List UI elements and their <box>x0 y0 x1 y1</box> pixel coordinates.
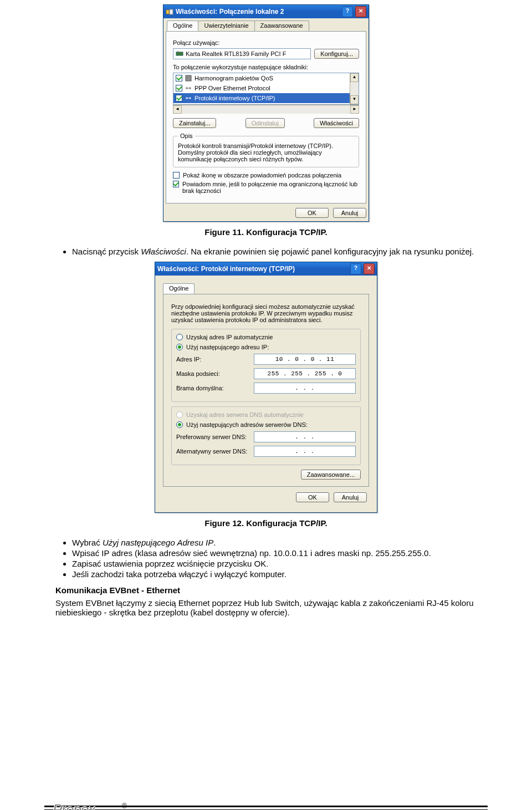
dns1-input[interactable]: . . . <box>254 431 356 442</box>
checkbox-icon[interactable] <box>176 85 182 91</box>
scroll-right-icon[interactable]: ► <box>350 105 359 114</box>
titlebar: Właściwości: Protokół internetowy (TCP/I… <box>155 262 377 276</box>
screenshot-connection-properties: Właściwości: Połączenie lokalne 2 ? ✕ Og… <box>163 4 369 222</box>
show-icon-checkbox[interactable] <box>173 172 180 179</box>
ip-address-input[interactable]: 10 . 0 . 0 . 11 <box>254 354 356 365</box>
ok-button[interactable]: OK <box>296 492 329 502</box>
titlebar: Właściwości: Połączenie lokalne 2 ? ✕ <box>163 5 369 18</box>
radio-auto-ip[interactable] <box>176 334 183 340</box>
notify-label: Powiadom mnie, jeśli to połączenie ma og… <box>182 181 359 194</box>
intro-text: Przy odpowiedniej konfiguracji sieci moż… <box>171 303 361 323</box>
network-card-icon <box>176 50 183 58</box>
registered-mark: ® <box>122 802 127 810</box>
svg-rect-4 <box>186 75 191 81</box>
scroll-down-icon[interactable]: ▼ <box>350 95 359 104</box>
adapter-field: Karta Realtek RTL8139 Family PCI F <box>173 48 311 59</box>
gateway-label: Brama domyślna: <box>176 385 254 391</box>
close-button[interactable]: ✕ <box>364 263 375 274</box>
vertical-scrollbar[interactable]: ▲ ▼ <box>350 73 359 104</box>
cancel-button[interactable]: Anuluj <box>334 492 367 502</box>
cancel-button[interactable]: Anuluj <box>333 208 366 218</box>
tab-auth[interactable]: Uwierzytelnianie <box>198 21 254 31</box>
section-text: System EVBnet łączymy z siecią Ethernet … <box>55 598 477 617</box>
gateway-input[interactable]: . . . <box>254 383 356 394</box>
scroll-left-icon[interactable]: ◄ <box>173 105 182 114</box>
tab-strip: Ogólne Uwierzytelnianie Zaawansowane <box>163 18 369 31</box>
figure-12-caption: Figure 12. Konfiguracja TCP/IP. <box>0 518 532 528</box>
ok-button[interactable]: OK <box>295 208 329 218</box>
install-button[interactable]: Zainstaluj... <box>173 118 216 128</box>
description-fieldset: Opis Protokół kontroli transmisji/Protok… <box>173 133 359 167</box>
text-fragment: Nacisnąć przycisk <box>72 247 141 256</box>
text-fragment-italic: Właściwości <box>141 247 186 256</box>
uninstall-button: Odinstaluj <box>245 118 285 128</box>
text-fragment: Wybrać <box>72 538 103 547</box>
description-text: Protokół kontroli transmisji/Protokół in… <box>178 142 354 162</box>
tcpip-icon <box>185 94 192 102</box>
page-footer: Propox ® Many ideas one solution 11 <box>0 806 532 810</box>
radio-manual-dns[interactable] <box>176 421 183 428</box>
propox-logo: Propox <box>53 801 95 810</box>
adapter-name: Karta Realtek RTL8139 Family PCI F <box>186 50 286 57</box>
close-button[interactable]: ✕ <box>355 6 366 17</box>
subnet-mask-label: Maska podsieci: <box>176 370 254 377</box>
title-icon <box>166 8 173 16</box>
component-label: Harmonogram pakietów QoS <box>195 75 273 81</box>
tab-general[interactable]: Ogólne <box>167 21 198 31</box>
tab-advanced[interactable]: Zaawansowane <box>254 21 309 31</box>
screenshot-tcpip-properties: Właściwości: Protokół internetowy (TCP/I… <box>155 262 377 513</box>
radio-auto-ip-label: Uzyskaj adres IP automatycznie <box>186 334 273 340</box>
connect-using-label: Połącz używając: <box>173 39 359 46</box>
radio-auto-dns-label: Uzyskaj adres serwera DNS automatycznie <box>186 411 304 418</box>
advanced-button[interactable]: Zaawansowane... <box>301 470 361 480</box>
svg-rect-0 <box>166 10 169 14</box>
tab-general[interactable]: Ogólne <box>163 283 195 294</box>
properties-button[interactable]: Właściwości <box>314 118 359 128</box>
dns1-label: Preferowany serwer DNS: <box>176 434 254 440</box>
help-button[interactable]: ? <box>350 263 361 274</box>
bullet-restart: Jeśli zachodzi taka potrzeba włączyć i w… <box>72 569 477 579</box>
configure-button[interactable]: Konfiguruj... <box>314 49 359 59</box>
dns2-input[interactable]: . . . <box>254 446 356 457</box>
svg-rect-1 <box>170 9 173 14</box>
help-button[interactable]: ? <box>342 6 353 17</box>
bullet-enter-ip: Wpisać IP adres (klasa adresów sieć wewn… <box>72 548 477 558</box>
component-label: PPP Over Ethernet Protocol <box>195 85 270 91</box>
window-title: Właściwości: Protokół internetowy (TCP/I… <box>157 265 348 273</box>
description-legend: Opis <box>178 133 195 139</box>
svg-rect-3 <box>177 51 178 52</box>
notify-checkbox[interactable] <box>173 181 179 187</box>
radio-manual-ip[interactable] <box>176 344 183 350</box>
text-fragment: . Na ekranie powinien się pojawić panel … <box>186 247 474 256</box>
svg-rect-2 <box>176 52 183 55</box>
radio-auto-dns <box>176 411 183 418</box>
figure-11-caption: Figure 11. Konfiguracja TCP/IP. <box>0 227 532 237</box>
horizontal-scrollbar[interactable]: ◄ ► <box>173 105 359 114</box>
section-title: Komunikacja EVBnet - Ethernet <box>55 585 477 595</box>
scroll-up-icon[interactable]: ▲ <box>350 73 359 82</box>
checkbox-icon[interactable] <box>176 75 182 81</box>
components-listbox[interactable]: Harmonogram pakietów QoS PPP Over Ethern… <box>173 73 359 105</box>
components-label: To połączenie wykorzystuje następujące s… <box>173 64 359 70</box>
window-title: Właściwości: Połączenie lokalne 2 <box>176 8 340 16</box>
checkbox-icon[interactable] <box>176 95 182 101</box>
subnet-mask-input[interactable]: 255 . 255 . 255 . 0 <box>254 368 356 379</box>
radio-manual-ip-label: Użyj następującego adresu IP: <box>186 344 269 350</box>
show-icon-label: Pokaż ikonę w obszarze powiadomień podcz… <box>183 172 341 179</box>
dns2-label: Alternatywny serwer DNS: <box>176 448 254 455</box>
text-fragment: . <box>213 538 216 547</box>
ppp-icon <box>185 84 192 92</box>
qos-icon <box>185 74 192 82</box>
bullet-press-properties: Nacisnąć przycisk Właściwości. Na ekrani… <box>72 247 477 256</box>
component-label: Protokół internetowy (TCP/IP) <box>195 95 275 101</box>
bullet-choose-use-ip: Wybrać Użyj następującego Adresu IP. <box>72 538 477 547</box>
radio-manual-dns-label: Użyj następujących adresów serwerów DNS: <box>186 421 308 428</box>
text-fragment-italic: Użyj następującego Adresu IP <box>103 538 213 547</box>
ip-address-label: Adres IP: <box>176 356 254 363</box>
bullet-save-ok: Zapisać ustawienia poprzez wciśnięcie pr… <box>72 559 477 568</box>
